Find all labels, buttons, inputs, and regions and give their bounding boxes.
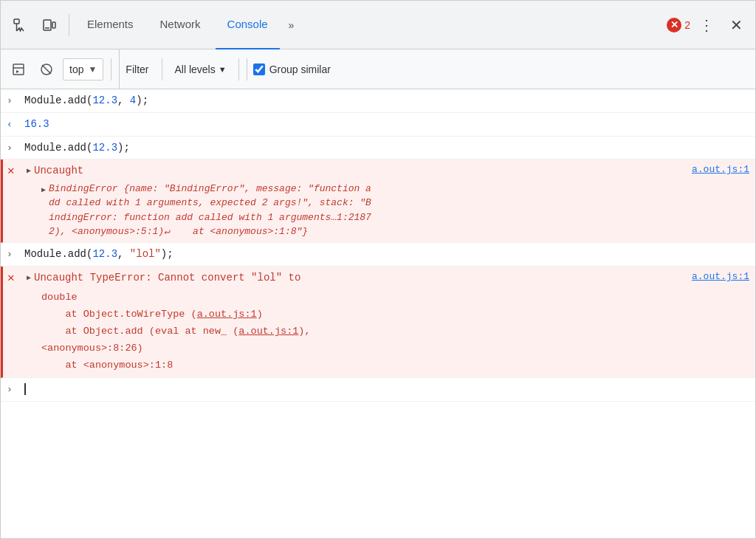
row-prefix: › [7,140,24,157]
console-input-row[interactable]: › [1,378,755,402]
more-tabs-button[interactable]: » [283,12,300,38]
row-prefix: › [7,92,24,109]
devtools-toolbar: Elements Network Console » ✕ 2 ⋮ ✕ [1,1,755,49]
console-input[interactable] [24,381,749,397]
svg-rect-2 [44,20,51,30]
levels-dropdown-arrow: ▼ [219,65,227,74]
toolbar-separator [69,14,69,36]
svg-rect-0 [14,19,19,24]
tab-console[interactable]: Console [216,1,280,49]
device-toolbar-button[interactable] [36,12,63,38]
console-toolbar: top ▼ Filter All levels ▼ Group similar [1,49,755,89]
expand-error-arrow[interactable] [27,165,31,178]
error-icon: ✕ [7,162,15,182]
toolbar-vsep3 [238,58,239,80]
toolbar-vsep2 [162,58,162,80]
console-output: › Module.add(12.3, 4); ‹ 16.3 › Module.a… [1,89,755,539]
svg-marker-7 [16,70,19,73]
expand-console-button[interactable] [7,58,30,81]
filter-label: Filter [119,49,154,89]
row-content: 16.3 [24,116,749,132]
console-row: › Module.add(12.3, "lol"); [1,243,755,267]
source-link2[interactable]: a.out.js:1 [238,326,298,337]
row-content: Module.add(12.3, 4); [24,92,749,109]
context-dropdown-arrow: ▼ [88,64,97,75]
console-row: ‹ 16.3 [1,113,755,137]
devtools-menu-button[interactable]: ⋮ [693,12,720,38]
console-row-error2: ✕ Uncaught TypeError: Cannot convert "lo… [1,267,755,378]
group-similar-option: Group similar [247,58,331,80]
svg-rect-5 [13,64,24,75]
expand-error-detail-arrow[interactable] [41,184,46,197]
close-devtools-button[interactable]: ✕ [723,12,749,38]
console-row-error: ✕ Uncaught a.out.js:1 BindingError {name… [1,159,755,243]
console-row: › Module.add(12.3); [1,137,755,160]
console-row: › Module.add(12.3, 4); [1,89,755,113]
cursor [24,383,26,395]
row-prefix: ‹ [7,116,24,133]
inspect-element-button[interactable] [7,12,33,38]
row-prefix: › [7,246,24,263]
expand-typeerror-arrow[interactable] [27,272,31,285]
context-selector[interactable]: top ▼ [63,58,103,80]
svg-line-9 [42,65,51,74]
row-source2[interactable]: a.out.js:1 [686,270,749,285]
error-icon2: ✕ [7,270,15,289]
clear-console-button[interactable] [35,58,58,81]
row-content: Uncaught TypeError: Cannot convert "lol"… [34,270,686,286]
toolbar-vsep [111,58,111,80]
tab-network[interactable]: Network [148,1,213,49]
row-source[interactable]: a.out.js:1 [686,162,749,178]
row-content: Module.add(12.3); [24,140,749,156]
svg-rect-3 [52,22,55,28]
error-icon: ✕ [667,18,681,32]
row-prefix: › [7,381,24,398]
error-detail: BindingError {name: "BindingError", mess… [6,182,749,239]
group-similar-checkbox[interactable] [253,63,265,75]
log-levels-selector[interactable]: All levels ▼ [170,58,230,80]
source-link[interactable]: a.out.js:1 [197,309,257,320]
row-content: Module.add(12.3, "lol"); [24,246,749,262]
typeerror-detail: double at Object.toWireType (a.out.js:1)… [6,289,749,374]
row-content: Uncaught [34,162,686,179]
error-badge: ✕ 2 [667,18,690,32]
tab-elements[interactable]: Elements [75,1,145,49]
